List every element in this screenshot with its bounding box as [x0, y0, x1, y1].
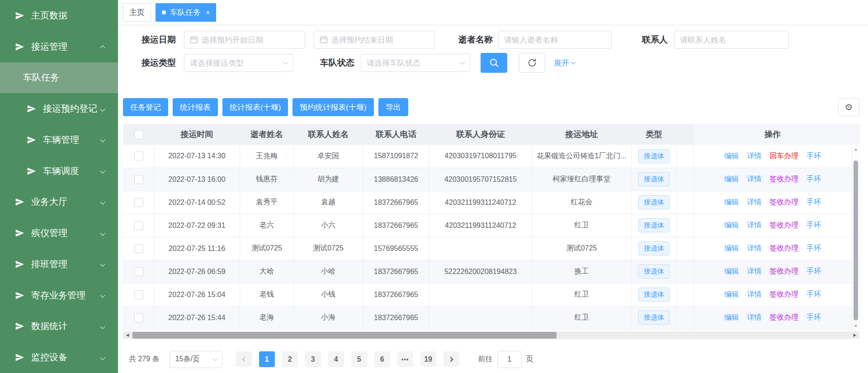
table-row[interactable]: 2022-07-26 15:44 老海 小海 18372667965 红卫 接遗… — [123, 306, 860, 329]
sidebar-item-接运管理[interactable]: 接运管理 — [0, 31, 118, 62]
scroll-down-icon[interactable]: ▼ — [852, 324, 859, 328]
page-button-19[interactable]: 19 — [420, 351, 436, 367]
action-link-手环[interactable]: 手环 — [807, 221, 821, 229]
row-checkbox[interactable] — [134, 175, 143, 184]
sidebar-item-寄存业务管理[interactable]: 寄存业务管理 — [0, 280, 118, 311]
page-button-6[interactable]: 6 — [374, 351, 390, 367]
action-link-详情[interactable]: 详情 — [747, 313, 761, 321]
toolbar-button-统计报表(十堰)[interactable]: 统计报表(十堰) — [222, 98, 288, 116]
table-row[interactable]: 2022-07-25 11:16 测试0725 测试0725 157695655… — [123, 237, 860, 260]
horizontal-scroll-thumb[interactable] — [132, 332, 557, 339]
sidebar-item-车辆管理[interactable]: 车辆管理 — [0, 124, 118, 156]
action-link-详情[interactable]: 详情 — [747, 198, 761, 206]
pickup-type-select[interactable]: 请选择接运类型 — [184, 54, 293, 72]
row-checkbox[interactable] — [134, 151, 143, 161]
contact-name-input[interactable]: 请联系人姓名 — [674, 31, 789, 49]
page-button-2[interactable]: 2 — [282, 351, 298, 367]
table-row[interactable]: 2022-07-26 15:04 老钱 小钱 18372667965 红卫 接遗… — [123, 283, 860, 306]
page-button-1[interactable]: 1 — [259, 351, 275, 367]
table-row[interactable]: 2022-07-22 09:31 老六 小六 18372667965 42032… — [123, 214, 860, 237]
search-button[interactable] — [481, 53, 507, 73]
action-link-编辑[interactable]: 编辑 — [724, 290, 739, 298]
row-checkbox[interactable] — [134, 221, 143, 230]
action-link-手环[interactable]: 手环 — [807, 290, 821, 298]
vertical-scrollbar[interactable]: ▲ ▼ — [852, 145, 859, 330]
action-link-签收办理[interactable]: 签收办理 — [769, 290, 798, 298]
action-link-回车办理[interactable]: 回车办理 — [769, 152, 798, 160]
action-link-编辑[interactable]: 编辑 — [724, 221, 739, 229]
toolbar-button-导出[interactable]: 导出 — [378, 98, 408, 116]
sidebar-item-数据统计[interactable]: 数据统计 — [0, 311, 118, 342]
action-link-签收办理[interactable]: 签收办理 — [769, 244, 798, 252]
action-link-签收办理[interactable]: 签收办理 — [769, 198, 798, 206]
tab-home[interactable]: 主页 — [123, 3, 151, 22]
action-link-详情[interactable]: 详情 — [747, 221, 761, 229]
prev-page-button[interactable] — [236, 351, 252, 367]
sidebar-item-业务大厅[interactable]: 业务大厅 — [0, 187, 118, 218]
date-start-input[interactable]: 选择预约开始日期 — [184, 31, 305, 49]
horizontal-scrollbar[interactable]: ◀ ▶ — [123, 331, 859, 339]
action-link-详情[interactable]: 详情 — [747, 175, 761, 183]
table-row[interactable]: 2022-07-14 00:52 袁秀平 袁越 18372667965 4203… — [123, 191, 860, 214]
select-all-checkbox[interactable] — [134, 130, 143, 139]
action-link-详情[interactable]: 详情 — [747, 290, 761, 298]
goto-page-input[interactable] — [497, 351, 522, 368]
column-settings-button[interactable]: ⚙ — [838, 98, 859, 116]
action-link-手环[interactable]: 手环 — [807, 198, 821, 206]
page-ellipsis[interactable]: ••• — [397, 351, 413, 367]
action-link-手环[interactable]: 手环 — [807, 267, 821, 275]
row-checkbox[interactable] — [134, 198, 143, 207]
action-link-签收办理[interactable]: 签收办理 — [769, 175, 798, 183]
action-link-编辑[interactable]: 编辑 — [724, 313, 739, 321]
search-icon — [489, 58, 499, 68]
next-page-button[interactable] — [443, 351, 459, 367]
table-row[interactable]: 2022-07-13 14:30 王兆梅 卓安国 15871091872 420… — [123, 145, 860, 168]
close-icon[interactable]: × — [206, 9, 210, 17]
deceased-name-input[interactable]: 请输入逝者名称 — [498, 31, 612, 49]
tab-fleet-tasks[interactable]: 车队任务 × — [156, 3, 216, 22]
toolbar-button-统计报表[interactable]: 统计报表 — [173, 98, 218, 116]
action-link-详情[interactable]: 详情 — [747, 267, 761, 275]
sidebar-item-主页数据[interactable]: 主页数据 — [0, 0, 118, 31]
action-link-编辑[interactable]: 编辑 — [724, 267, 739, 275]
action-link-编辑[interactable]: 编辑 — [724, 244, 739, 252]
action-link-手环[interactable]: 手环 — [807, 152, 821, 160]
toolbar-button-预约统计报表(十堰)[interactable]: 预约统计报表(十堰) — [292, 98, 373, 116]
expand-link[interactable]: 展开 — [554, 58, 575, 68]
page-size-select[interactable]: 15条/页 — [170, 351, 222, 368]
table-row[interactable]: 2022-07-26 06:59 大哈 小哈 18372667965 52222… — [123, 260, 860, 283]
action-link-手环[interactable]: 手环 — [807, 313, 821, 321]
row-checkbox[interactable] — [134, 244, 143, 253]
sidebar-item-殡仪管理[interactable]: 殡仪管理 — [0, 217, 118, 249]
action-link-详情[interactable]: 详情 — [747, 244, 761, 252]
sidebar-item-车队任务[interactable]: 车队任务 — [0, 62, 118, 94]
table-row[interactable]: 2022-07-13 16:00 钱惠芬 胡为建 13886813426 420… — [123, 168, 860, 191]
refresh-button[interactable] — [519, 53, 545, 73]
scroll-left-icon[interactable]: ◀ — [124, 331, 131, 339]
action-link-详情[interactable]: 详情 — [747, 152, 761, 160]
vertical-scroll-thumb[interactable] — [854, 161, 858, 321]
sidebar-item-排班管理[interactable]: 排班管理 — [0, 249, 118, 280]
row-checkbox[interactable] — [134, 290, 143, 299]
toolbar-button-任务登记[interactable]: 任务登记 — [123, 98, 168, 116]
row-checkbox[interactable] — [134, 313, 143, 322]
fleet-status-select[interactable]: 请选择车队状态 — [361, 54, 470, 72]
page-button-4[interactable]: 4 — [328, 351, 344, 367]
action-link-签收办理[interactable]: 签收办理 — [769, 267, 798, 275]
action-link-签收办理[interactable]: 签收办理 — [769, 313, 798, 321]
sidebar-item-车辆调度[interactable]: 车辆调度 — [0, 156, 118, 187]
action-link-手环[interactable]: 手环 — [807, 244, 821, 252]
scroll-up-icon[interactable]: ▲ — [852, 147, 859, 151]
row-checkbox[interactable] — [134, 267, 143, 276]
date-end-input[interactable]: 选择预约结束日期 — [314, 31, 435, 49]
action-link-编辑[interactable]: 编辑 — [724, 198, 739, 206]
action-link-编辑[interactable]: 编辑 — [724, 152, 739, 160]
scroll-right-icon[interactable]: ▶ — [851, 331, 859, 339]
sidebar-item-监控设备[interactable]: 监控设备 — [0, 342, 118, 373]
action-link-签收办理[interactable]: 签收办理 — [769, 221, 798, 229]
page-button-5[interactable]: 5 — [351, 351, 367, 367]
action-link-手环[interactable]: 手环 — [807, 175, 821, 183]
action-link-编辑[interactable]: 编辑 — [724, 175, 739, 183]
sidebar-item-接运预约登记[interactable]: 接运预约登记 — [0, 93, 118, 124]
page-button-3[interactable]: 3 — [305, 351, 321, 367]
